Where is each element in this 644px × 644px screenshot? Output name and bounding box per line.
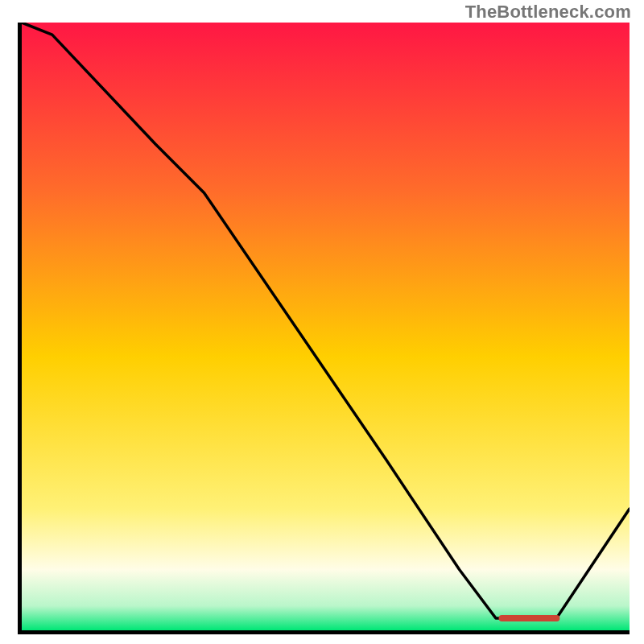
chart-svg (22, 23, 630, 630)
chart-plot-area (18, 23, 630, 634)
chart-background-gradient (22, 23, 630, 630)
watermark-text: TheBottleneck.com (465, 2, 631, 23)
